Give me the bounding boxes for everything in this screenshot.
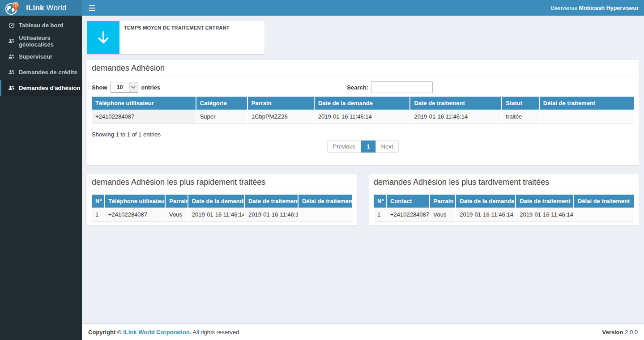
column-header-parrain[interactable]: Parrain: [165, 195, 188, 208]
column-header-categorie[interactable]: Catégorie: [196, 97, 247, 110]
cell-contact: +24102284087: [386, 208, 430, 222]
sidebar: Tableau de bord Utilisateurs géolocalisé…: [0, 16, 82, 340]
cell-date-demande: 2019-01-16 11:46:14: [188, 208, 244, 222]
column-header-statut[interactable]: Statut: [502, 97, 539, 110]
sidebar-item-demandes-adhesion[interactable]: Demandes d'adhésion: [0, 80, 82, 96]
cell-numero: 1: [374, 208, 386, 222]
column-header-date-traitement[interactable]: Date de traitement: [516, 195, 574, 208]
column-header-date-demande[interactable]: Date de la demande: [188, 195, 244, 208]
sidebar-item-demandes-de-credits[interactable]: Demandes de crédits: [0, 64, 82, 80]
cell-statut: traitée: [502, 110, 539, 124]
copyright-label: Copyright ©: [88, 329, 122, 336]
previous-page-button[interactable]: Previous: [327, 140, 362, 153]
cell-parrain: Vous: [165, 208, 188, 222]
search-label: Search:: [347, 84, 368, 91]
version-value: 2.0.0: [625, 329, 638, 336]
users-icon: [8, 85, 15, 91]
column-header-numero[interactable]: N°: [374, 195, 386, 208]
column-header-delai[interactable]: Délai de traitement: [574, 195, 634, 208]
show-label: Show: [92, 84, 107, 91]
page-length-control: Show 10 entries: [92, 82, 160, 93]
down-arrow-icon: [87, 21, 119, 54]
panel-body: Show 10 entries Search:: [87, 77, 639, 165]
cell-telephone: +24102284087: [104, 208, 165, 222]
table-header-row: N° Contact Parrain Date de la demande Da…: [374, 195, 634, 208]
table-header-row: Téléphone utilisateur Catégorie Parrain …: [92, 97, 634, 110]
cell-delai: [298, 208, 352, 222]
footer: Copyright © iLink World Corporation. All…: [82, 323, 644, 340]
cell-delai: [574, 208, 634, 222]
next-page-button[interactable]: Next: [375, 140, 399, 153]
cell-date-demande: 2019-01-16 11:46:14: [456, 208, 516, 222]
fastest-processed-table: N° Téléphone utilisateur Parrain Date de…: [92, 195, 352, 222]
panel-title: demandes Adhésion les plus tardivement t…: [374, 178, 549, 187]
sidebar-item-label: Demandes d'adhésion: [19, 85, 80, 91]
cell-categorie: Super: [196, 110, 247, 124]
table-row: 1 +24102284087 Vous 2019-01-16 11:46:14 …: [92, 208, 352, 222]
cell-date-traitement: 2019-01-16 11:46:14: [410, 110, 502, 124]
sidebar-item-label: Utilisateurs géolocalisés: [19, 34, 82, 48]
demandes-adhesion-panel: demandes Adhésion Show 10 entries: [87, 60, 639, 165]
chevron-down-icon: [129, 82, 138, 92]
column-header-telephone[interactable]: Téléphone utilisateur: [92, 97, 196, 110]
users-icon: [8, 54, 15, 60]
panel-title: demandes Adhésion les plus rapidement tr…: [92, 178, 265, 187]
users-icon: [8, 69, 15, 76]
column-header-date-traitement[interactable]: Date de traitement: [244, 195, 298, 208]
top-navbar: $ iLink World Bienvenue Mobicash Hypervi…: [0, 0, 644, 16]
cell-parrain: Vous: [430, 208, 456, 222]
sidebar-toggle-menu-icon[interactable]: [82, 0, 102, 16]
page-1-button[interactable]: 1: [361, 140, 375, 153]
navbar: Bienvenue Mobicash Hyperviseur: [82, 0, 644, 16]
table-header-row: N° Téléphone utilisateur Parrain Date de…: [92, 195, 352, 208]
page-length-select[interactable]: 10: [111, 82, 138, 93]
brand-name: iLink World: [26, 4, 67, 13]
column-header-contact[interactable]: Contact: [386, 195, 430, 208]
cell-date-traitement: 2019-01-16 11:46:14: [244, 208, 298, 222]
pagination: Previous 1 Next: [92, 140, 634, 153]
panel-body: N° Contact Parrain Date de la demande Da…: [369, 191, 639, 225]
column-header-parrain[interactable]: Parrain: [247, 97, 314, 110]
sidebar-item-label: Demandes de crédits: [19, 69, 77, 76]
widget-label: TEMPS MOYEN DE TRAITEMENT ENTRANT: [119, 21, 234, 54]
globe-pin-logo-icon: $: [4, 0, 21, 15]
panel-header: demandes Adhésion les plus rapidement tr…: [87, 174, 357, 191]
table-row: 1 +24102284087 Vous 2019-01-16 11:46:14 …: [374, 208, 634, 222]
sidebar-item-utilisateurs-geolocalises[interactable]: Utilisateurs géolocalisés: [0, 33, 82, 49]
dashboard-icon: [8, 22, 15, 29]
brand-logo[interactable]: $ iLink World: [0, 0, 82, 16]
column-header-delai[interactable]: Délai de traitement: [298, 195, 352, 208]
column-header-date-demande[interactable]: Date de la demande: [456, 195, 516, 208]
sidebar-item-tableau-de-bord[interactable]: Tableau de bord: [0, 17, 82, 33]
panel-header: demandes Adhésion les plus tardivement t…: [369, 174, 639, 191]
search-control: Search:: [347, 81, 433, 93]
panel-title: demandes Adhésion: [92, 64, 165, 72]
brand-name-bold: iLink: [26, 4, 44, 12]
column-header-telephone[interactable]: Téléphone utilisateur: [104, 195, 165, 208]
column-header-delai[interactable]: Délai de traitement: [539, 97, 634, 110]
column-header-parrain[interactable]: Parrain: [430, 195, 456, 208]
cell-date-traitement: 2019-01-16 11:46:14: [516, 208, 574, 222]
cell-date-demande: 2019-01-16 11:46:14: [314, 110, 410, 124]
sidebar-item-superviseur[interactable]: Superviseur: [0, 49, 82, 64]
cell-numero: 1: [92, 208, 104, 222]
column-header-date-traitement[interactable]: Date de traitement: [410, 97, 502, 110]
ilink-world-corporation-link[interactable]: iLink World Corporation.: [123, 329, 191, 336]
footer-version: Version 2.0.0: [602, 329, 638, 336]
welcome-message: Bienvenue Mobicash Hyperviseur: [551, 5, 644, 11]
demandes-adhesion-table: Téléphone utilisateur Catégorie Parrain …: [92, 97, 634, 124]
sidebar-item-label: Superviseur: [19, 53, 52, 60]
search-input[interactable]: [371, 81, 433, 93]
entries-label: entries: [141, 84, 161, 91]
column-header-date-demande[interactable]: Date de la demande: [314, 97, 410, 110]
table-row: +24102284087 Super 1CbpPMZZ26 2019-01-16…: [92, 110, 634, 124]
bottom-panels-row: demandes Adhésion les plus rapidement tr…: [87, 174, 639, 225]
footer-copyright: Copyright © iLink World Corporation. All…: [88, 329, 241, 336]
datatable-controls: Show 10 entries Search:: [92, 81, 634, 93]
cell-telephone: +24102284087: [92, 110, 196, 124]
panel-body: N° Téléphone utilisateur Parrain Date de…: [87, 191, 357, 225]
cell-parrain: 1CbpPMZZ26: [247, 110, 314, 124]
column-header-numero[interactable]: N°: [92, 195, 104, 208]
users-icon: [8, 38, 15, 44]
latest-processed-panel: demandes Adhésion les plus tardivement t…: [369, 174, 639, 225]
